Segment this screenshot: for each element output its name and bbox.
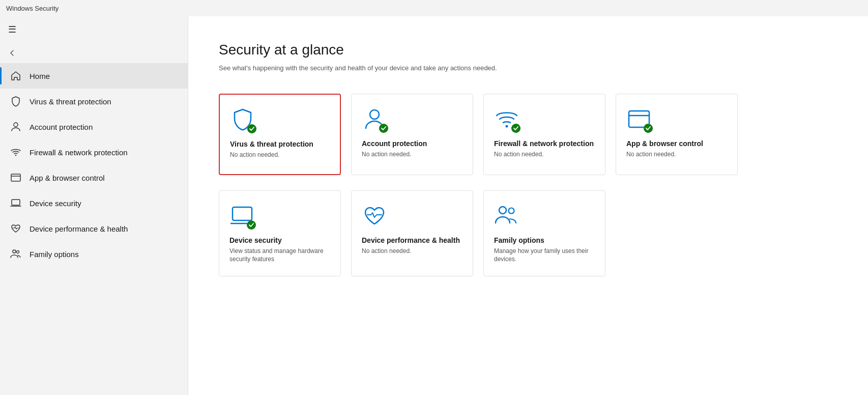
card-family-title: Family options — [494, 236, 595, 245]
sidebar-item-devicesecurity[interactable]: Device security — [0, 190, 188, 216]
card-appbrowser-title: App & browser control — [626, 139, 727, 148]
sidebar: ☰ Home — [0, 16, 188, 395]
card-devicehealth-title: Device performance & health — [362, 236, 462, 245]
shield-nav-icon — [10, 96, 21, 107]
browser-nav-icon — [10, 172, 21, 183]
card-virus-title: Virus & threat protection — [230, 139, 330, 149]
sidebar-item-account-label: Account protection — [30, 123, 93, 131]
main-content: Security at a glance See what's happenin… — [188, 16, 868, 395]
card-devicesecurity[interactable]: Device security View status and manage h… — [219, 190, 341, 277]
app-title: Windows Security — [6, 5, 59, 12]
person-nav-icon — [10, 121, 21, 132]
sidebar-item-virus[interactable]: Virus & threat protection — [0, 89, 188, 114]
svg-point-8 — [370, 110, 379, 119]
check-badge-appbrowser — [644, 124, 653, 133]
sidebar-item-firewall-label: Firewall & network protection — [30, 148, 128, 157]
card-family-desc: Manage how your family uses their device… — [494, 247, 595, 264]
card-appbrowser-icon — [626, 106, 652, 132]
sidebar-top: ☰ — [0, 16, 188, 43]
card-virus-text: Virus & threat protection No action need… — [230, 139, 330, 159]
sidebar-item-family[interactable]: Family options — [0, 241, 188, 267]
card-family-text: Family options Manage how your family us… — [494, 236, 595, 264]
wifi-nav-icon — [10, 147, 21, 158]
app-container: ☰ Home — [0, 16, 868, 395]
sidebar-item-firewall[interactable]: Firewall & network protection — [0, 139, 188, 165]
card-family[interactable]: Family options Manage how your family us… — [483, 190, 605, 277]
title-bar: Windows Security — [0, 0, 868, 16]
svg-point-6 — [17, 251, 19, 253]
svg-point-16 — [247, 220, 256, 230]
cards-grid: Virus & threat protection No action need… — [219, 94, 837, 277]
svg-point-9 — [379, 124, 388, 133]
sidebar-item-appbrowser[interactable]: App & browser control — [0, 165, 188, 190]
sidebar-item-devicehealth-label: Device performance & health — [30, 224, 128, 233]
check-badge-firewall — [511, 124, 520, 133]
card-devicehealth[interactable]: Device performance & health No action ne… — [351, 190, 473, 277]
page-title: Security at a glance — [219, 42, 837, 58]
svg-rect-2 — [11, 174, 20, 181]
svg-point-7 — [247, 124, 256, 133]
nav-items: Home Virus & threat protection — [0, 63, 188, 395]
svg-point-1 — [15, 155, 16, 156]
check-badge-account — [379, 124, 388, 133]
family-nav-icon — [10, 248, 21, 260]
card-devicesecurity-title: Device security — [229, 236, 330, 245]
home-icon — [10, 70, 21, 81]
card-devicesecurity-text: Device security View status and manage h… — [229, 236, 330, 264]
card-account-desc: No action needed. — [362, 150, 462, 159]
svg-point-17 — [499, 207, 506, 214]
sidebar-item-appbrowser-label: App & browser control — [30, 174, 105, 182]
back-arrow-icon — [8, 49, 16, 57]
card-devicehealth-icon — [362, 203, 387, 229]
check-badge-devicesecurity — [247, 220, 256, 230]
svg-point-0 — [14, 123, 18, 127]
sidebar-item-home[interactable]: Home — [0, 63, 188, 89]
sidebar-item-family-label: Family options — [30, 250, 79, 259]
laptop-nav-icon — [10, 198, 21, 209]
card-account-title: Account protection — [362, 139, 462, 148]
svg-point-10 — [506, 125, 508, 127]
card-firewall-text: Firewall & network protection No action … — [494, 139, 595, 159]
sidebar-item-virus-label: Virus & threat protection — [30, 97, 111, 106]
card-account-text: Account protection No action needed. — [362, 139, 462, 159]
card-account[interactable]: Account protection No action needed. — [351, 94, 473, 175]
page-subtitle: See what's happening with the security a… — [219, 63, 837, 73]
sidebar-item-devicehealth[interactable]: Device performance & health — [0, 216, 188, 241]
card-firewall-title: Firewall & network protection — [494, 139, 595, 148]
card-account-icon — [362, 106, 387, 132]
card-virus-desc: No action needed. — [230, 151, 330, 159]
card-devicehealth-text: Device performance & health No action ne… — [362, 236, 462, 256]
svg-point-14 — [644, 124, 653, 133]
card-appbrowser-desc: No action needed. — [626, 150, 727, 159]
card-firewall-desc: No action needed. — [494, 150, 595, 159]
card-virus-icon — [230, 107, 255, 132]
card-virus[interactable]: Virus & threat protection No action need… — [219, 94, 341, 175]
card-appbrowser[interactable]: App & browser control No action needed. — [616, 94, 738, 175]
card-family-icon — [494, 203, 519, 229]
check-badge-virus — [247, 124, 256, 133]
svg-point-11 — [511, 124, 520, 133]
svg-rect-4 — [12, 200, 20, 205]
card-devicehealth-desc: No action needed. — [362, 247, 462, 256]
svg-point-5 — [13, 250, 16, 253]
sidebar-item-account[interactable]: Account protection — [0, 114, 188, 139]
sidebar-item-home-label: Home — [30, 72, 50, 80]
svg-point-18 — [509, 208, 514, 213]
card-devicesecurity-icon — [229, 203, 255, 229]
sidebar-item-devicesecurity-label: Device security — [30, 199, 81, 208]
back-button[interactable] — [0, 43, 188, 63]
heart-nav-icon — [10, 223, 21, 234]
card-devicesecurity-desc: View status and manage hardware security… — [229, 247, 330, 264]
svg-rect-15 — [233, 207, 252, 220]
card-firewall-icon — [494, 106, 519, 132]
hamburger-icon[interactable]: ☰ — [8, 24, 16, 35]
card-appbrowser-text: App & browser control No action needed. — [626, 139, 727, 159]
card-firewall[interactable]: Firewall & network protection No action … — [483, 94, 605, 175]
